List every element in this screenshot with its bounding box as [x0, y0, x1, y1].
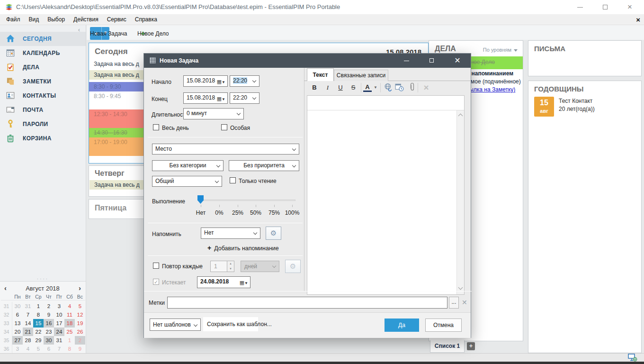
ok-button[interactable]: Да	[385, 318, 419, 332]
sidebar-item-calendar[interactable]: КАЛЕНДАРЬ	[0, 46, 86, 60]
remind-combo[interactable]: Нет	[201, 228, 260, 239]
anniversary-name[interactable]: Тест Контакт	[559, 98, 592, 104]
editor-scrollbar[interactable]	[456, 110, 464, 294]
underline-icon[interactable]: U	[335, 82, 346, 93]
calendar-prev-icon[interactable]: ‹	[4, 284, 7, 292]
tags-more-button[interactable]: ...	[449, 297, 459, 309]
reminder-settings-button[interactable]: ⚙	[266, 227, 281, 240]
calendar-day-cell[interactable]: 31	[23, 302, 33, 310]
calendar-day-cell[interactable]: 10	[54, 310, 64, 319]
task-text-editor[interactable]	[307, 95, 465, 295]
calendar-day-cell[interactable]: 9	[44, 310, 54, 319]
completion-slider[interactable]	[198, 200, 295, 201]
calendar-day-cell[interactable]: 15	[33, 319, 44, 328]
sidebar-item-tasks[interactable]: ДЕЛА	[0, 60, 86, 74]
calendar-day-cell[interactable]: 3	[12, 345, 23, 353]
calendar-day-cell[interactable]: 1	[64, 336, 75, 345]
font-color-icon[interactable]: A	[363, 82, 372, 92]
bold-icon[interactable]: B	[309, 82, 320, 93]
calendar-next-icon[interactable]: ›	[79, 284, 81, 292]
calendar-day-cell[interactable]: 29	[33, 336, 44, 345]
calendar-day-cell[interactable]: 8	[64, 345, 75, 353]
access-combo[interactable]: Общий	[152, 176, 222, 187]
completion-slider-thumb[interactable]	[197, 195, 204, 204]
save-template-button[interactable]: Сохранить как шаблон...	[203, 317, 258, 331]
calendar-day-cell[interactable]: 2	[44, 302, 54, 310]
menu-item[interactable]: Вид	[25, 14, 44, 25]
calendar-day-cell[interactable]: 31	[54, 336, 64, 345]
expires-checkbox[interactable]: ✓	[153, 279, 159, 285]
readonly-checkbox[interactable]	[230, 177, 236, 183]
cancel-button[interactable]: Отмена	[425, 318, 462, 332]
calendar-day-cell[interactable]: 24	[54, 328, 64, 336]
add-list-button[interactable]: +	[467, 342, 475, 350]
new-task-button[interactable]: + Новая Задача ▼	[90, 27, 109, 40]
chevron-down-icon[interactable]: ▼	[373, 82, 378, 93]
calendar-day-cell[interactable]: 7	[54, 345, 64, 353]
calendar-day-cell[interactable]: 17	[54, 319, 64, 328]
scroll-down-icon[interactable]	[458, 285, 463, 290]
calendar-day-cell[interactable]: 4	[23, 345, 33, 353]
dialog-minimize-button[interactable]	[396, 54, 417, 68]
calendar-picker-icon[interactable]: ▦▼	[240, 278, 248, 288]
calendar-day-cell[interactable]: 30	[12, 302, 23, 310]
tab-linked-records[interactable]: Связанные записи	[334, 70, 388, 81]
dialog-maximize-button[interactable]	[421, 54, 442, 68]
add-reminder-link[interactable]: +Добавить напоминание	[207, 244, 279, 252]
calendar-day-cell[interactable]: 5	[75, 302, 85, 310]
calendar-day-cell[interactable]: 14	[23, 319, 33, 328]
tags-input[interactable]	[167, 297, 447, 309]
calendar-day-cell[interactable]: 28	[23, 336, 33, 345]
window-restore-button[interactable]	[596, 0, 615, 14]
todos-filter-dropdown[interactable]: По уровням	[483, 47, 511, 53]
menu-close-icon[interactable]: ×	[636, 14, 640, 25]
menu-item[interactable]: Сервис	[103, 14, 131, 25]
calendar-day-cell[interactable]: 26	[75, 328, 85, 336]
insert-datetime-icon[interactable]	[394, 83, 405, 94]
calendar-day-cell[interactable]: 16	[44, 319, 54, 328]
repeat-checkbox[interactable]	[153, 263, 159, 269]
strikethrough-icon[interactable]: S	[348, 82, 359, 93]
repeat-count-spinner[interactable]: 1	[210, 261, 227, 272]
end-date-field[interactable]: 15.08.2018 ▦▼	[183, 92, 228, 104]
sidebar-item-mail[interactable]: ПОЧТА	[0, 103, 86, 117]
calendar-day-cell[interactable]: 21	[23, 328, 33, 336]
window-minimize-button[interactable]	[571, 0, 590, 14]
special-checkbox[interactable]	[221, 124, 227, 130]
new-todo-button[interactable]: + Новое Дело	[137, 27, 149, 40]
expires-date-field[interactable]: 24.08.2018 ▦▼	[197, 276, 250, 288]
priority-combo[interactable]: Без приоритета	[229, 160, 299, 171]
category-combo[interactable]: Без категории	[152, 160, 224, 171]
start-time-combo[interactable]: 22:20	[230, 75, 259, 87]
sidebar-item-home[interactable]: СЕГОДНЯ	[0, 32, 86, 46]
calendar-day-cell[interactable]: 4	[64, 302, 75, 310]
window-close-button[interactable]: ×	[620, 0, 639, 14]
calendar-day-cell[interactable]: 9	[75, 345, 85, 353]
menu-item[interactable]: Действия	[69, 14, 103, 25]
list-tab[interactable]: Список 1	[430, 340, 465, 353]
templates-combo[interactable]: Нет шаблонов	[150, 318, 201, 331]
calendar-day-cell[interactable]: 5	[33, 345, 44, 353]
dialog-titlebar[interactable]: Новая Задача ✕	[144, 54, 471, 68]
scroll-up-icon[interactable]	[458, 114, 463, 118]
calendar-picker-icon[interactable]: ▦▼	[217, 94, 225, 104]
duration-combo[interactable]: 0 минут	[183, 108, 244, 119]
calendar-day-cell[interactable]: 23	[44, 328, 54, 336]
calendar-day-cell[interactable]: 30	[44, 336, 54, 345]
calendar-day-cell[interactable]: 6	[44, 345, 54, 353]
start-date-field[interactable]: 15.08.2018 ▦▼	[183, 75, 228, 87]
calendar-picker-icon[interactable]: ▦▼	[217, 77, 225, 87]
calendar-day-cell[interactable]: 25	[64, 328, 75, 336]
calendar-day-cell[interactable]: 12	[75, 310, 85, 319]
calendar-day-cell[interactable]: 27	[12, 336, 23, 345]
sidebar-item-notes[interactable]: ЗАМЕТКИ	[0, 74, 86, 89]
calendar-day-cell[interactable]: 11	[64, 310, 75, 319]
spinner-arrows[interactable]: ▲▼	[227, 261, 234, 272]
calendar-day-cell[interactable]: 6	[12, 310, 23, 319]
menu-item[interactable]: Выбор	[43, 14, 69, 25]
dialog-close-button[interactable]: ✕	[447, 54, 468, 68]
sidebar-item-contacts[interactable]: КОНТАКТЫ	[0, 89, 86, 103]
calendar-day-cell[interactable]: 20	[12, 328, 23, 336]
sidebar-item-trash[interactable]: КОРЗИНА	[0, 131, 86, 146]
calendar-day-cell[interactable]: 7	[23, 310, 33, 319]
